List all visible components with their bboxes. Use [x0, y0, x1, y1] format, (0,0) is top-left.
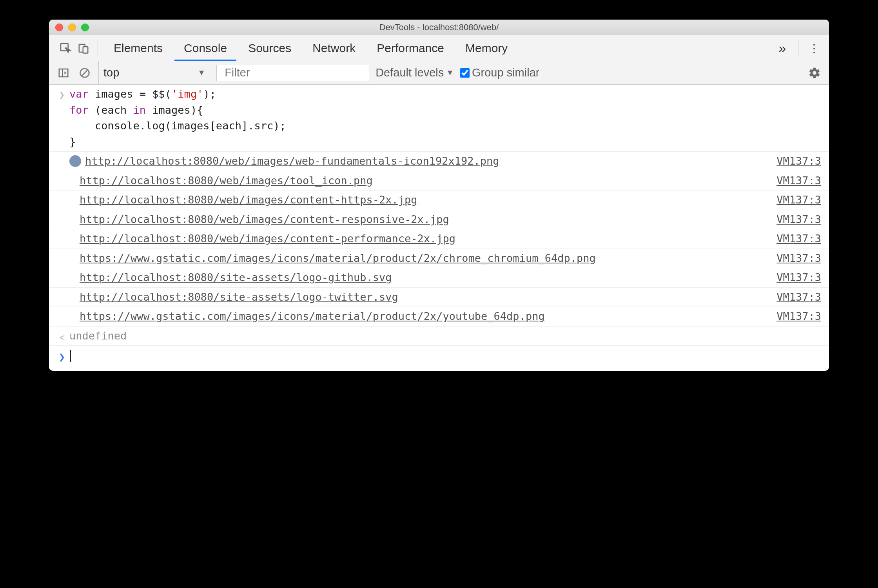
chevron-down-icon: ▼ — [198, 68, 205, 77]
gear-icon[interactable] — [807, 65, 822, 80]
log-url-link[interactable]: https://www.gstatic.com/images/icons/mat… — [80, 310, 545, 322]
console-result-row: < undefined — [49, 327, 829, 346]
group-similar-checkbox[interactable] — [460, 68, 470, 78]
log-url-link[interactable]: http://localhost:8080/site-assets/logo-t… — [80, 291, 398, 303]
console-log-row: http://localhost:8080/web/images/content… — [49, 191, 829, 210]
log-source-link[interactable]: VM137:3 — [776, 231, 821, 247]
log-gutter — [54, 270, 69, 286]
svg-line-6 — [82, 70, 88, 76]
log-url-link[interactable]: http://localhost:8080/web/images/content… — [80, 232, 455, 245]
log-content: https://www.gstatic.com/images/icons/mat… — [69, 309, 769, 325]
group-similar-toggle[interactable]: Group similar — [460, 66, 539, 79]
console-body: ❯ var images = $$('img'); for (each in i… — [49, 85, 829, 371]
log-source-link[interactable]: VM137:3 — [776, 270, 821, 286]
log-url-link[interactable]: https://www.gstatic.com/images/icons/mat… — [80, 252, 596, 264]
levels-label: Default levels — [376, 66, 444, 79]
sidebar-toggle-icon[interactable] — [56, 65, 71, 80]
console-prompt-row[interactable]: ❯ — [49, 346, 829, 371]
log-gutter — [54, 250, 69, 267]
log-content: http://localhost:8080/site-assets/logo-t… — [69, 289, 769, 305]
log-content: http://localhost:8080/web/images/content… — [69, 212, 769, 228]
device-toggle-icon[interactable] — [76, 40, 91, 56]
svg-rect-3 — [59, 69, 68, 77]
main-toolbar: Elements Console Sources Network Perform… — [49, 35, 829, 61]
toolbar-right: » ⋮ — [775, 40, 822, 56]
log-content: http://localhost:8080/web/images/tool_ic… — [69, 173, 769, 189]
log-url-link[interactable]: http://localhost:8080/site-assets/logo-g… — [80, 271, 392, 283]
zoom-icon[interactable] — [81, 24, 89, 31]
tab-performance[interactable]: Performance — [367, 35, 454, 61]
inspect-icon[interactable] — [58, 40, 73, 56]
console-log-row: http://localhost:8080/web/images/content… — [49, 229, 829, 249]
input-caret-icon: ❯ — [54, 86, 69, 150]
log-levels-selector[interactable]: Default levels ▼ — [376, 66, 454, 79]
log-content: http://localhost:8080/site-assets/logo-g… — [69, 270, 769, 286]
log-source-link[interactable]: VM137:3 — [776, 250, 821, 267]
log-gutter — [54, 289, 69, 305]
window-title: DevTools - localhost:8080/web/ — [49, 22, 829, 33]
console-log-row: https://www.gstatic.com/images/icons/mat… — [49, 249, 829, 269]
console-log-row: https://www.gstatic.com/images/icons/mat… — [49, 307, 829, 327]
titlebar: DevTools - localhost:8080/web/ — [49, 20, 829, 35]
console-filterbar: top ▼ Default levels ▼ Group similar — [49, 61, 829, 85]
minimize-icon[interactable] — [68, 24, 76, 31]
result-value: undefined — [69, 328, 821, 344]
log-source-link[interactable]: VM137:3 — [776, 173, 821, 189]
tab-console[interactable]: Console — [174, 35, 236, 61]
output-caret-icon: < — [54, 329, 69, 345]
log-gutter — [54, 212, 69, 228]
log-source-link[interactable]: VM137:3 — [776, 192, 821, 208]
filter-input[interactable] — [216, 65, 369, 81]
log-source-link[interactable]: VM137:3 — [776, 309, 821, 325]
console-prompt[interactable] — [69, 347, 821, 365]
console-log-row: http://localhost:8080/web/images/content… — [49, 210, 829, 230]
log-source-link[interactable]: VM137:3 — [776, 153, 821, 169]
tab-memory[interactable]: Memory — [456, 35, 517, 61]
log-content: http://localhost:8080/web/images/content… — [69, 231, 769, 247]
window-controls — [55, 24, 89, 31]
log-gutter — [54, 192, 69, 208]
log-source-link[interactable]: VM137:3 — [776, 289, 821, 305]
console-input-code[interactable]: var images = $$('img'); for (each in ima… — [69, 86, 821, 150]
console-log-row: http://localhost:8080/web/images/tool_ic… — [49, 171, 829, 191]
console-log-row: 2http://localhost:8080/web/images/web-fu… — [49, 152, 829, 171]
tab-sources[interactable]: Sources — [239, 35, 301, 61]
tab-elements[interactable]: Elements — [104, 35, 172, 61]
log-gutter — [54, 173, 69, 189]
tab-network[interactable]: Network — [303, 35, 365, 61]
separator — [98, 40, 98, 56]
context-selector[interactable]: top ▼ — [98, 61, 210, 84]
prompt-caret-icon: ❯ — [54, 347, 69, 365]
more-tabs-icon[interactable]: » — [775, 40, 790, 56]
console-log-row: http://localhost:8080/site-assets/logo-t… — [49, 288, 829, 307]
console-log-row: http://localhost:8080/site-assets/logo-g… — [49, 268, 829, 288]
log-source-link[interactable]: VM137:3 — [776, 212, 821, 228]
clear-console-icon[interactable] — [77, 65, 92, 80]
repeat-count-badge: 2 — [69, 155, 81, 167]
chevron-down-icon: ▼ — [446, 68, 454, 77]
log-gutter — [54, 309, 69, 325]
log-url-link[interactable]: http://localhost:8080/web/images/web-fun… — [85, 155, 499, 167]
context-label: top — [103, 66, 119, 79]
console-input-row: ❯ var images = $$('img'); for (each in i… — [49, 85, 829, 152]
separator — [798, 40, 798, 56]
log-content: 2http://localhost:8080/web/images/web-fu… — [85, 153, 769, 169]
log-url-link[interactable]: http://localhost:8080/web/images/content… — [80, 194, 417, 206]
devtools-window: DevTools - localhost:8080/web/ Elements … — [49, 20, 829, 371]
log-url-link[interactable]: http://localhost:8080/web/images/content… — [80, 213, 449, 225]
log-content: http://localhost:8080/web/images/content… — [69, 192, 769, 208]
group-similar-label: Group similar — [472, 66, 539, 79]
close-icon[interactable] — [55, 24, 63, 31]
kebab-menu-icon[interactable]: ⋮ — [806, 40, 822, 56]
log-gutter — [54, 231, 69, 247]
svg-rect-2 — [83, 47, 88, 53]
log-url-link[interactable]: http://localhost:8080/web/images/tool_ic… — [80, 174, 373, 187]
log-content: https://www.gstatic.com/images/icons/mat… — [69, 250, 769, 267]
